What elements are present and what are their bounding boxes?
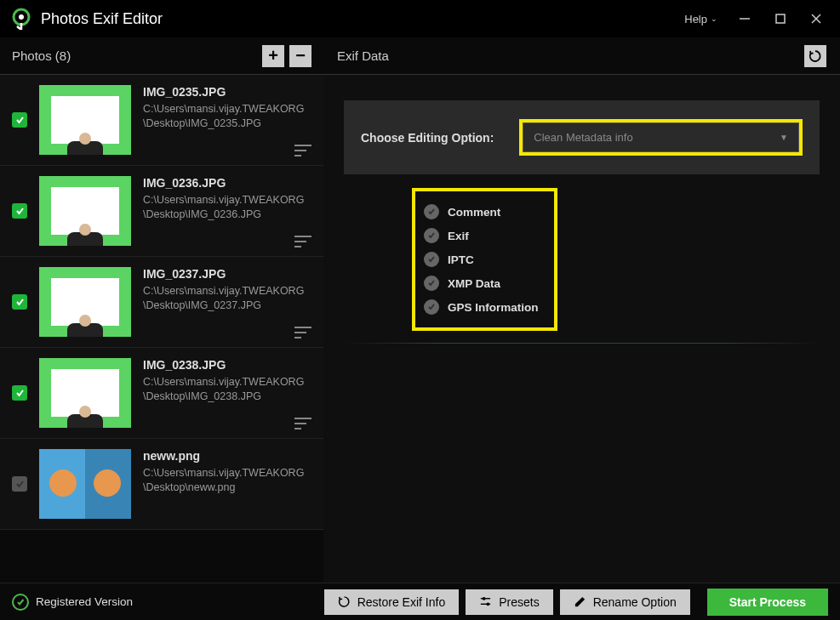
file-path: C:\Users\mansi.vijay.TWEAKORG\Desktop\ne… — [143, 466, 311, 495]
item-menu-icon[interactable] — [294, 327, 311, 338]
thumbnail — [39, 267, 131, 337]
exif-panel: Choose Editing Option: Clean Metadata in… — [323, 75, 840, 583]
restore-icon — [338, 595, 351, 608]
checkbox[interactable] — [12, 294, 27, 310]
registered-badge: Registered Version — [12, 594, 133, 611]
footer: Registered Version Restore Exif Info Pre… — [0, 583, 840, 620]
check-circle-icon — [12, 594, 29, 611]
pencil-icon — [574, 595, 586, 608]
file-name: IMG_0237.JPG — [143, 267, 311, 281]
start-process-button[interactable]: Start Process — [707, 589, 828, 616]
check-circle-icon — [424, 276, 439, 291]
button-label: Presets — [499, 595, 539, 609]
titlebar: Photos Exif Editor Help ⌄ — [0, 0, 840, 37]
registered-label: Registered Version — [36, 595, 133, 608]
check-circle-icon — [424, 228, 439, 243]
photos-count-label: Photos (8) — [12, 48, 257, 63]
maximize-button[interactable] — [763, 5, 797, 32]
list-item[interactable]: neww.png C:\Users\mansi.vijay.TWEAKORG\D… — [0, 439, 323, 530]
checkbox[interactable] — [12, 385, 27, 401]
checkbox[interactable] — [12, 476, 27, 492]
file-name: neww.png — [143, 449, 311, 463]
app-logo-icon — [10, 8, 32, 30]
file-name: IMG_0235.JPG — [143, 85, 311, 99]
svg-point-9 — [487, 602, 490, 606]
metadata-type-item[interactable]: XMP Data — [424, 271, 539, 295]
thumbnail — [39, 176, 131, 246]
svg-point-1 — [19, 14, 24, 20]
item-menu-icon[interactable] — [294, 418, 311, 429]
check-circle-icon — [424, 299, 439, 315]
refresh-button[interactable] — [804, 45, 826, 67]
metadata-label: IPTC — [448, 253, 474, 266]
thumbnail — [39, 449, 131, 519]
check-circle-icon — [424, 204, 439, 219]
list-item[interactable]: IMG_0237.JPG C:\Users\mansi.vijay.TWEAKO… — [0, 257, 323, 348]
minimize-button[interactable] — [728, 5, 762, 32]
divider — [344, 343, 820, 344]
app-title: Photos Exif Editor — [41, 10, 676, 28]
file-path: C:\Users\mansi.vijay.TWEAKORG\Desktop\IM… — [143, 102, 311, 131]
file-path: C:\Users\mansi.vijay.TWEAKORG\Desktop\IM… — [143, 284, 311, 313]
checkbox[interactable] — [12, 112, 27, 128]
editing-option-select[interactable]: Clean Metadata info ▼ — [523, 122, 799, 152]
list-item[interactable]: IMG_0235.JPG C:\Users\mansi.vijay.TWEAKO… — [0, 75, 323, 166]
list-item[interactable]: IMG_0238.JPG C:\Users\mansi.vijay.TWEAKO… — [0, 348, 323, 439]
chevron-down-icon: ▼ — [780, 133, 788, 142]
rename-option-button[interactable]: Rename Option — [560, 589, 690, 615]
restore-exif-button[interactable]: Restore Exif Info — [324, 589, 460, 615]
button-label: Restore Exif Info — [357, 595, 446, 609]
help-label: Help — [684, 13, 707, 26]
remove-photo-button[interactable]: − — [289, 45, 311, 67]
metadata-label: XMP Data — [448, 277, 500, 290]
file-name: IMG_0238.JPG — [143, 358, 311, 372]
svg-rect-3 — [776, 14, 785, 23]
sliders-icon — [479, 595, 492, 608]
add-photo-button[interactable]: + — [262, 45, 284, 67]
file-path: C:\Users\mansi.vijay.TWEAKORG\Desktop\IM… — [143, 375, 311, 404]
metadata-label: Exif — [448, 230, 469, 242]
button-label: Rename Option — [593, 595, 677, 609]
exif-data-label: Exif Data — [337, 48, 804, 63]
file-path: C:\Users\mansi.vijay.TWEAKORG\Desktop\IM… — [143, 193, 311, 222]
selected-option-text: Clean Metadata info — [534, 131, 780, 144]
item-menu-icon[interactable] — [294, 145, 311, 156]
thumbnail — [39, 358, 131, 428]
editing-option-label: Choose Editing Option: — [361, 131, 494, 145]
list-item[interactable]: IMG_0236.JPG C:\Users\mansi.vijay.TWEAKO… — [0, 166, 323, 257]
sub-header: Photos (8) + − Exif Data — [0, 37, 840, 75]
metadata-type-list: Comment Exif IPTC XMP Data GPS Informati… — [412, 188, 557, 331]
metadata-type-item[interactable]: IPTC — [424, 247, 539, 271]
photo-list[interactable]: IMG_0235.JPG C:\Users\mansi.vijay.TWEAKO… — [0, 75, 323, 583]
close-button[interactable] — [799, 5, 833, 32]
check-circle-icon — [424, 252, 439, 267]
chevron-down-icon: ⌄ — [711, 14, 717, 23]
metadata-type-item[interactable]: Comment — [424, 200, 539, 224]
file-name: IMG_0236.JPG — [143, 176, 311, 190]
thumbnail — [39, 85, 131, 155]
metadata-label: GPS Information — [448, 301, 539, 314]
item-menu-icon[interactable] — [294, 236, 311, 247]
metadata-type-item[interactable]: GPS Information — [424, 295, 539, 319]
presets-button[interactable]: Presets — [466, 589, 552, 615]
button-label: Start Process — [729, 595, 806, 609]
help-menu[interactable]: Help ⌄ — [676, 8, 726, 31]
svg-point-7 — [483, 597, 486, 600]
metadata-type-item[interactable]: Exif — [424, 224, 539, 247]
checkbox[interactable] — [12, 203, 27, 219]
metadata-label: Comment — [448, 206, 500, 219]
editing-option-bar: Choose Editing Option: Clean Metadata in… — [344, 100, 820, 174]
